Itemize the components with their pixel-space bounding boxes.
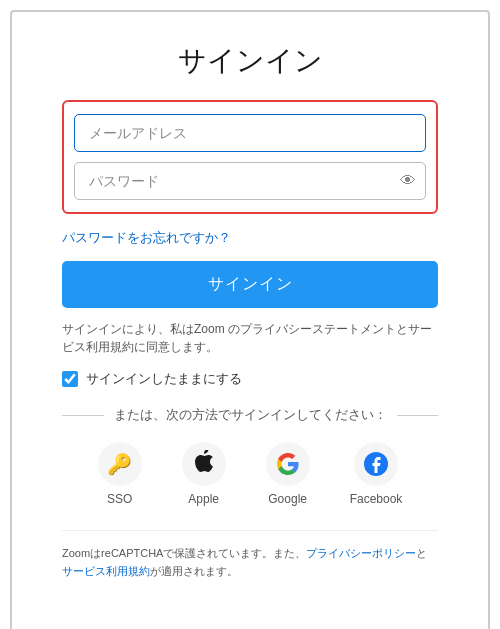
email-input[interactable]: [74, 114, 426, 152]
stay-signed-in-row: サインインしたままにする: [62, 370, 438, 388]
sso-icon: 🔑: [107, 452, 132, 476]
stay-signed-in-checkbox[interactable]: [62, 371, 78, 387]
terms-link[interactable]: サービス利用規約: [62, 565, 150, 577]
forgot-password-link[interactable]: パスワードをお忘れですか？: [62, 229, 231, 247]
sso-button[interactable]: 🔑 SSO: [98, 442, 142, 506]
password-input[interactable]: [74, 162, 426, 200]
apple-label: Apple: [188, 492, 219, 506]
google-button[interactable]: Google: [266, 442, 310, 506]
facebook-icon: [364, 452, 388, 476]
facebook-icon-circle: [354, 442, 398, 486]
divider-row: または、次の方法でサインインしてください：: [62, 406, 438, 424]
apple-icon: [193, 450, 215, 478]
social-row: 🔑 SSO Apple: [62, 442, 438, 506]
google-icon: [276, 452, 300, 476]
divider-right: [397, 415, 439, 416]
toggle-password-icon[interactable]: 👁: [400, 172, 416, 190]
apple-button[interactable]: Apple: [182, 442, 226, 506]
google-label: Google: [268, 492, 307, 506]
page-title: サインイン: [62, 42, 438, 80]
sso-label: SSO: [107, 492, 132, 506]
privacy-policy-link[interactable]: プライバシーポリシー: [306, 547, 416, 559]
credentials-box: 👁: [62, 100, 438, 214]
password-wrapper: 👁: [74, 162, 426, 200]
facebook-label: Facebook: [350, 492, 403, 506]
facebook-button[interactable]: Facebook: [350, 442, 403, 506]
apple-icon-circle: [182, 442, 226, 486]
divider-left: [62, 415, 104, 416]
stay-signed-in-label: サインインしたままにする: [86, 370, 242, 388]
sso-icon-circle: 🔑: [98, 442, 142, 486]
google-icon-circle: [266, 442, 310, 486]
signin-container: サインイン 👁 パスワードをお忘れですか？ サインイン サインインにより、私はZ…: [10, 10, 490, 629]
recaptcha-text: ZoomはreCAPTCHAで保護されています。また、プライバシーポリシーとサー…: [62, 530, 438, 580]
privacy-text: サインインにより、私はZoom のプライバシーステートメントとサービス利用規約に…: [62, 320, 438, 356]
signin-button[interactable]: サインイン: [62, 261, 438, 308]
divider-text: または、次の方法でサインインしてください：: [114, 406, 387, 424]
